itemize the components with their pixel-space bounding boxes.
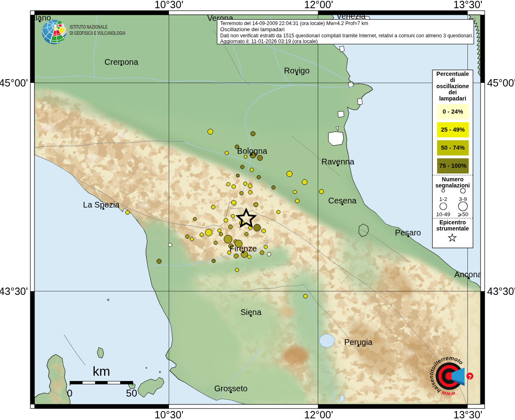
svg-text:43°30': 43°30': [0, 285, 28, 297]
svg-text:Oscillazione dei lampadari: Oscillazione dei lampadari: [220, 26, 285, 32]
svg-text:45°00': 45°00': [487, 77, 515, 89]
svg-text:1-2: 1-2: [439, 196, 447, 202]
svg-text:Dati non verificati estratti d: Dati non verificati estratti da 1515 que…: [220, 32, 473, 39]
svg-text:strumentale: strumentale: [436, 225, 469, 232]
svg-text:3-9: 3-9: [459, 196, 467, 202]
svg-text:10°30': 10°30': [155, 0, 183, 10]
svg-text:dei: dei: [449, 89, 457, 96]
svg-text:Numero: Numero: [442, 176, 464, 183]
svg-text:0: 0: [67, 388, 73, 399]
svg-text:DI GEOFISICA E VULCANOLOGIA: DI GEOFISICA E VULCANOLOGIA: [70, 30, 125, 36]
svg-text:75 - 100%: 75 - 100%: [439, 162, 466, 169]
svg-text:12°00': 12°00': [304, 0, 333, 10]
svg-text:di: di: [450, 77, 455, 83]
svg-text:50 - 74%: 50 - 74%: [441, 144, 465, 151]
svg-text:10°30': 10°30': [155, 409, 183, 420]
svg-text:25 - 49%: 25 - 49%: [441, 126, 465, 133]
svg-text:lampadari: lampadari: [439, 95, 466, 102]
svg-text:?: ?: [468, 374, 472, 380]
svg-text:10-49: 10-49: [436, 211, 451, 217]
svg-text:Bologna: Bologna: [237, 146, 267, 155]
svg-text:13°30': 13°30': [453, 409, 482, 420]
svg-text:45°00': 45°00': [0, 77, 28, 89]
svg-text:oscillazione: oscillazione: [436, 83, 469, 89]
svg-text:43°30': 43°30': [487, 285, 515, 297]
svg-text:⩾50: ⩾50: [458, 211, 468, 217]
svg-text:50: 50: [126, 388, 137, 399]
svg-text:segnalazioni: segnalazioni: [435, 182, 470, 189]
svg-text:Epicentro: Epicentro: [440, 219, 466, 226]
svg-text:Percentuale: Percentuale: [436, 71, 469, 77]
svg-text:Terremoto del 14-09-2009 22:04: Terremoto del 14-09-2009 22:04:31 (ora l…: [220, 20, 368, 26]
svg-text:La Spezia: La Spezia: [83, 200, 120, 209]
svg-text:13°30': 13°30': [453, 0, 482, 10]
svg-text:12°00': 12°00': [304, 409, 333, 420]
svg-text:ISTITUTO NAZIONALE: ISTITUTO NAZIONALE: [70, 24, 107, 30]
svg-text:km: km: [93, 364, 110, 379]
svg-text:0 - 24%: 0 - 24%: [443, 108, 463, 115]
svg-text:Aggiornato il: 11-01-2026 03:1: Aggiornato il: 11-01-2026 03:19 (ora loc…: [220, 38, 318, 44]
